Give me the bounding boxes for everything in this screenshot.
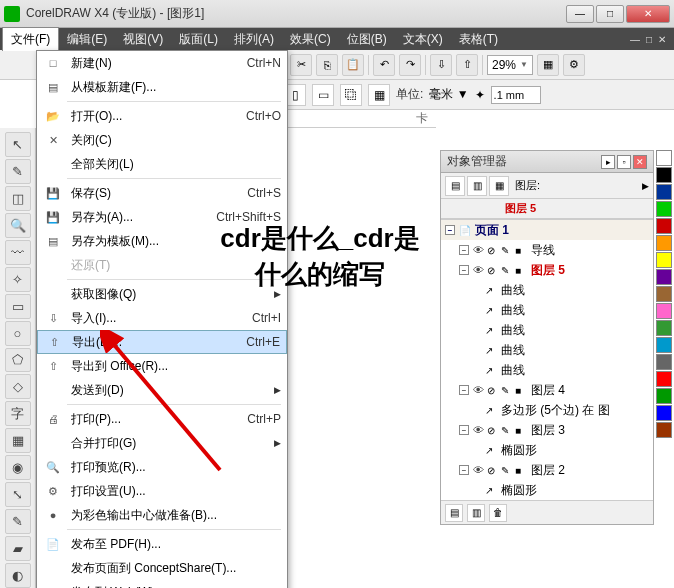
color-swatch[interactable]: [656, 388, 672, 404]
color-swatch[interactable]: [656, 167, 672, 183]
interactive-fill-icon[interactable]: ◐: [5, 563, 31, 588]
menu-layout[interactable]: 版面(L): [171, 28, 226, 51]
docker-tab2-icon[interactable]: ▥: [467, 176, 487, 196]
menuitem-OfficeR[interactable]: ⇧导出到 Office(R)...: [37, 354, 287, 378]
menuitem-G[interactable]: 合并打印(G)▶: [37, 431, 287, 455]
page-layout-icon[interactable]: ⿻: [340, 84, 362, 106]
unit-combo[interactable]: 毫米 ▼: [429, 86, 468, 103]
tb-snap-icon[interactable]: ▦: [537, 54, 559, 76]
menuitem-WebW[interactable]: 发布到 Web(W)▶: [37, 580, 287, 588]
menuitem-N[interactable]: □新建(N)Ctrl+N: [37, 51, 287, 75]
tree-obj[interactable]: ↗椭圆形: [441, 480, 653, 500]
menuitem-C[interactable]: ✕关闭(C): [37, 128, 287, 152]
tb-export-icon[interactable]: ⇧: [456, 54, 478, 76]
ellipse-tool-icon[interactable]: ○: [5, 321, 31, 346]
menuitem-F[interactable]: ▤从模板新建(F)...: [37, 75, 287, 99]
new-layer-icon[interactable]: ▤: [445, 504, 463, 522]
menu-file[interactable]: 文件(F): [2, 27, 59, 51]
minimize-button[interactable]: —: [566, 5, 594, 23]
close-button[interactable]: ✕: [626, 5, 670, 23]
menuitem-I[interactable]: ⇩导入(I)...Ctrl+I: [37, 306, 287, 330]
mdi-close-icon[interactable]: ✕: [658, 34, 666, 45]
polygon-tool-icon[interactable]: ⬠: [5, 348, 31, 373]
menuitem-Q[interactable]: 获取图像(Q)▶: [37, 282, 287, 306]
tree-obj[interactable]: ↗曲线: [441, 340, 653, 360]
freehand-tool-icon[interactable]: 〰: [5, 240, 31, 265]
nudge-input[interactable]: [491, 86, 541, 104]
docker-titlebar[interactable]: 对象管理器 ▸ ▫ ✕: [441, 151, 653, 173]
fill-tool-icon[interactable]: ▰: [5, 536, 31, 561]
maximize-button[interactable]: □: [596, 5, 624, 23]
menuitem-PDFH[interactable]: 📄发布至 PDF(H)...: [37, 532, 287, 556]
color-swatch[interactable]: [656, 269, 672, 285]
color-swatch[interactable]: [656, 150, 672, 166]
tb-import-icon[interactable]: ⇩: [430, 54, 452, 76]
flyout-arrow-icon[interactable]: ▶: [642, 181, 649, 191]
tree-layer[interactable]: −👁⊘✎■导线: [441, 240, 653, 260]
menuitem-P[interactable]: 🖨打印(P)...Ctrl+P: [37, 407, 287, 431]
tb-cut-icon[interactable]: ✂: [290, 54, 312, 76]
menuitem-U[interactable]: ⚙打印设置(U)...: [37, 479, 287, 503]
menuitem-A[interactable]: 💾另存为(A)...Ctrl+Shift+S: [37, 205, 287, 229]
menu-bitmap[interactable]: 位图(B): [339, 28, 395, 51]
zoom-combo[interactable]: 29% ▼: [487, 55, 533, 75]
color-swatch[interactable]: [656, 235, 672, 251]
menuitem-E[interactable]: ⇧导出(E)...Ctrl+E: [37, 330, 287, 354]
tb-copy-icon[interactable]: ⎘: [316, 54, 338, 76]
menu-table[interactable]: 表格(T): [451, 28, 506, 51]
docker-collapse-icon[interactable]: ▸: [601, 155, 615, 169]
color-swatch[interactable]: [656, 320, 672, 336]
rectangle-tool-icon[interactable]: ▭: [5, 294, 31, 319]
color-swatch[interactable]: [656, 354, 672, 370]
menuitem-B[interactable]: ●为彩色输出中心做准备(B)...: [37, 503, 287, 527]
tree-obj[interactable]: ↗曲线: [441, 280, 653, 300]
outline-tool-icon[interactable]: ✎: [5, 509, 31, 534]
menuitem-S[interactable]: 💾保存(S)Ctrl+S: [37, 181, 287, 205]
menuitem-ConceptShareT[interactable]: 发布页面到 ConceptShare(T)...: [37, 556, 287, 580]
docker-tab3-icon[interactable]: ▦: [489, 176, 509, 196]
tree-obj[interactable]: ↗曲线: [441, 320, 653, 340]
page-layout2-icon[interactable]: ▦: [368, 84, 390, 106]
tb-undo-icon[interactable]: ↶: [373, 54, 395, 76]
docker-close-icon[interactable]: ✕: [633, 155, 647, 169]
color-swatch[interactable]: [656, 218, 672, 234]
tb-options-icon[interactable]: ⚙: [563, 54, 585, 76]
menuitem-D[interactable]: 发送到(D)▶: [37, 378, 287, 402]
object-tree[interactable]: −📄页面 1−👁⊘✎■导线−👁⊘✎■图层 5↗曲线↗曲线↗曲线↗曲线↗曲线−👁⊘…: [441, 219, 653, 500]
menu-arrange[interactable]: 排列(A): [226, 28, 282, 51]
color-swatch[interactable]: [656, 422, 672, 438]
menu-view[interactable]: 视图(V): [115, 28, 171, 51]
tree-layer[interactable]: −👁⊘✎■图层 2: [441, 460, 653, 480]
tree-layer[interactable]: −👁⊘✎■图层 4: [441, 380, 653, 400]
tree-obj[interactable]: ↗椭圆形: [441, 440, 653, 460]
eyedropper-tool-icon[interactable]: ⤡: [5, 482, 31, 507]
menu-effects[interactable]: 效果(C): [282, 28, 339, 51]
menuitem-T[interactable]: 还原(T): [37, 253, 287, 277]
mdi-restore-icon[interactable]: □: [646, 34, 652, 45]
crop-tool-icon[interactable]: ◫: [5, 186, 31, 211]
smart-tool-icon[interactable]: ✧: [5, 267, 31, 292]
delete-layer-icon[interactable]: 🗑: [489, 504, 507, 522]
tree-layer[interactable]: −👁⊘✎■图层 3: [441, 420, 653, 440]
tree-obj[interactable]: ↗曲线: [441, 360, 653, 380]
new-master-icon[interactable]: ▥: [467, 504, 485, 522]
color-swatch[interactable]: [656, 303, 672, 319]
menu-text[interactable]: 文本(X): [395, 28, 451, 51]
color-swatch[interactable]: [656, 405, 672, 421]
pick-tool-icon[interactable]: ↖: [5, 132, 31, 157]
menu-edit[interactable]: 编辑(E): [59, 28, 115, 51]
menuitem-M[interactable]: ▤另存为模板(M)...: [37, 229, 287, 253]
color-swatch[interactable]: [656, 184, 672, 200]
table-tool-icon[interactable]: ▦: [5, 428, 31, 453]
tree-layer[interactable]: −👁⊘✎■图层 5: [441, 260, 653, 280]
docker-flyout-icon[interactable]: ▫: [617, 155, 631, 169]
tree-page[interactable]: −📄页面 1: [441, 220, 653, 240]
tb-redo-icon[interactable]: ↷: [399, 54, 421, 76]
color-swatch[interactable]: [656, 201, 672, 217]
color-swatch[interactable]: [656, 337, 672, 353]
menuitem-L[interactable]: 全部关闭(L): [37, 152, 287, 176]
color-swatch[interactable]: [656, 371, 672, 387]
page-orientation2-icon[interactable]: ▭: [312, 84, 334, 106]
tree-obj[interactable]: ↗曲线: [441, 300, 653, 320]
menuitem-R[interactable]: 🔍打印预览(R)...: [37, 455, 287, 479]
